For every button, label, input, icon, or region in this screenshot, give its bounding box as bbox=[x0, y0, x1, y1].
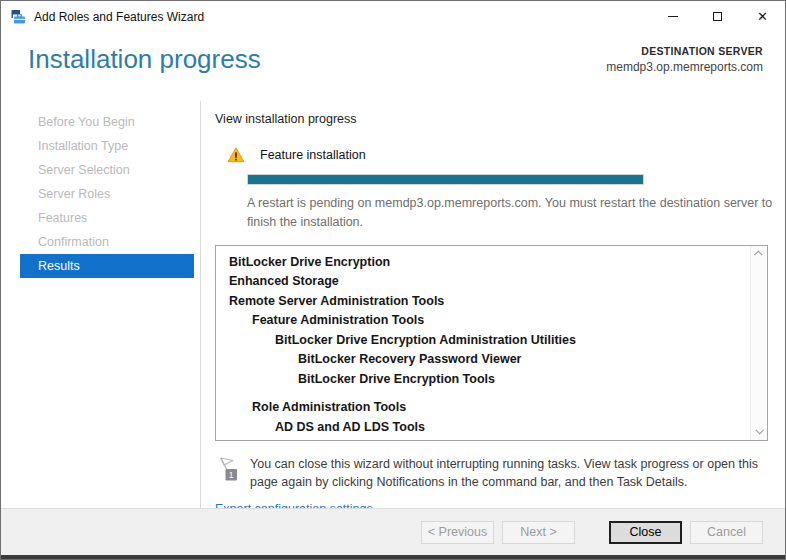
list-item: AD DS and AD LDS Tools bbox=[216, 418, 767, 438]
close-window-button[interactable]: ✕ bbox=[740, 1, 785, 32]
sidebar-item-confirmation: Confirmation bbox=[20, 230, 194, 254]
sidebar-item-features: Features bbox=[20, 206, 194, 230]
minimize-icon bbox=[668, 16, 678, 17]
window-title: Add Roles and Features Wizard bbox=[34, 10, 204, 24]
chevron-up-icon bbox=[754, 250, 762, 258]
list-scrollbar[interactable] bbox=[750, 246, 767, 440]
list-item: Remote Server Administration Tools bbox=[216, 292, 767, 312]
list-item: BitLocker Drive Encryption Tools bbox=[216, 370, 767, 390]
maximize-button[interactable] bbox=[695, 1, 740, 32]
wizard-footer: < Previous Next > Close Cancel bbox=[1, 508, 785, 555]
list-item: Feature Administration Tools bbox=[216, 311, 767, 331]
sidebar-item-installation-type: Installation Type bbox=[20, 134, 194, 158]
close-wizard-note: You can close this wizard without interr… bbox=[250, 455, 778, 493]
title-bar[interactable]: Add Roles and Features Wizard ✕ bbox=[1, 1, 785, 32]
next-button[interactable]: Next > bbox=[502, 521, 575, 544]
wizard-steps-sidebar: Before You Begin Installation Type Serve… bbox=[1, 101, 201, 509]
installation-progress-bar bbox=[247, 174, 644, 185]
svg-text:1: 1 bbox=[229, 469, 234, 479]
scroll-down-button[interactable] bbox=[751, 423, 767, 440]
scroll-up-button[interactable] bbox=[751, 246, 767, 263]
close-button[interactable]: Close bbox=[609, 521, 682, 544]
wizard-header: Installation progress DESTINATION SERVER… bbox=[1, 32, 785, 101]
list-item: BitLocker Drive Encryption Administratio… bbox=[216, 331, 767, 351]
progress-bar-fill bbox=[248, 175, 643, 184]
sidebar-item-results[interactable]: Results bbox=[20, 254, 194, 278]
sidebar-item-server-selection: Server Selection bbox=[20, 158, 194, 182]
installed-features-list: BitLocker Drive Encryption Enhanced Stor… bbox=[215, 245, 768, 441]
warning-triangle-icon bbox=[227, 147, 245, 163]
destination-server-label: DESTINATION SERVER bbox=[606, 45, 763, 57]
screen-edge-strip bbox=[1, 555, 785, 559]
cancel-button[interactable]: Cancel bbox=[690, 521, 763, 544]
page-title: Installation progress bbox=[28, 44, 261, 75]
maximize-icon bbox=[713, 12, 722, 21]
restart-pending-message: A restart is pending on memdp3.op.memrep… bbox=[247, 194, 786, 232]
section-title: View installation progress bbox=[215, 112, 786, 126]
previous-button[interactable]: < Previous bbox=[421, 521, 494, 544]
list-item: AD DS Tools bbox=[216, 437, 767, 441]
notification-flag-icon: 1 bbox=[217, 456, 243, 483]
chevron-down-icon bbox=[755, 426, 763, 434]
destination-server-name: memdp3.op.memreports.com bbox=[606, 60, 763, 74]
sidebar-item-before-you-begin: Before You Begin bbox=[20, 110, 194, 134]
minimize-button[interactable] bbox=[650, 1, 695, 32]
list-item: BitLocker Drive Encryption bbox=[216, 253, 767, 273]
list-spacer bbox=[216, 389, 767, 398]
list-item: BitLocker Recovery Password Viewer bbox=[216, 350, 767, 370]
close-icon: ✕ bbox=[757, 10, 768, 23]
server-manager-icon bbox=[10, 9, 26, 25]
installation-task-title: Feature installation bbox=[251, 148, 366, 162]
list-item: Role Administration Tools bbox=[216, 398, 767, 418]
sidebar-item-server-roles: Server Roles bbox=[20, 182, 194, 206]
results-page: View installation progress Feature insta… bbox=[201, 101, 786, 509]
list-item: Enhanced Storage bbox=[216, 272, 767, 292]
wizard-window: Add Roles and Features Wizard ✕ Installa… bbox=[0, 0, 786, 560]
destination-server-block: DESTINATION SERVER memdp3.op.memreports.… bbox=[606, 45, 763, 74]
